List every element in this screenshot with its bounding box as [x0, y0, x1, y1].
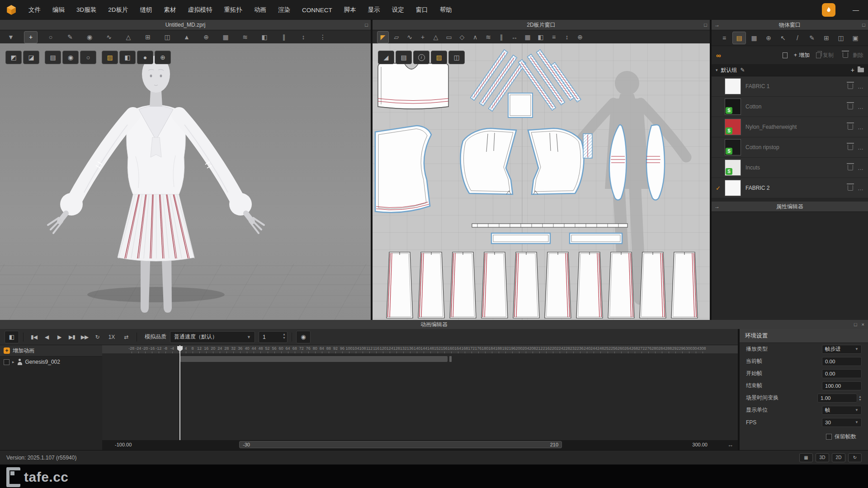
copy-fabric-button[interactable]: 复制: [816, 52, 834, 59]
layer-tab[interactable]: ◫: [835, 32, 847, 44]
start-frame-control[interactable]: 0.00: [822, 369, 862, 378]
menu-item[interactable]: 缝纫: [134, 0, 158, 20]
show-pins-toggle[interactable]: ◉: [62, 51, 79, 64]
show-garment-2d-toggle[interactable]: ▤: [396, 51, 412, 64]
more-menu-icon[interactable]: …: [858, 124, 864, 131]
canvas-2d[interactable]: ◢▤i▨◫: [373, 43, 710, 320]
more-menu-icon[interactable]: …: [858, 185, 864, 192]
dart-tool[interactable]: ◇: [457, 32, 467, 43]
print-tab[interactable]: ▦: [748, 32, 760, 44]
bookmark-tab[interactable]: ▣: [849, 32, 862, 44]
animation-mode-icon[interactable]: ◧: [5, 331, 19, 343]
grading-tool[interactable]: ▦: [522, 32, 533, 43]
environment-light-toggle[interactable]: ⊕: [155, 51, 171, 64]
pattern-skirt-panel[interactable]: [450, 252, 476, 318]
property-editor-bar[interactable]: → 属性编辑器: [712, 202, 868, 212]
menu-item[interactable]: 脚本: [338, 0, 362, 20]
pattern-skirt-panel[interactable]: [481, 252, 508, 318]
transform-pattern-tool[interactable]: ◤: [377, 31, 389, 43]
pattern-skirt-panel[interactable]: [608, 252, 634, 318]
edit-curve-tool[interactable]: ∿: [404, 32, 415, 43]
pattern-piece-square[interactable]: [508, 93, 533, 117]
select-lasso-tool[interactable]: ○: [44, 32, 57, 43]
fabric-group-header[interactable]: ▾ 默认组 ✎ +: [712, 64, 868, 76]
avatar-display-tool[interactable]: ◫: [161, 32, 174, 43]
measure-2d-tool[interactable]: ↕: [561, 32, 572, 43]
rectangle-tool[interactable]: ▭: [443, 32, 454, 43]
track-item-genesis[interactable]: ▸ Genesis9_002: [0, 357, 102, 367]
loop-button[interactable]: ↻: [91, 331, 104, 343]
pattern-skirt-panel[interactable]: [418, 252, 444, 318]
pattern-piece-front-bodice-left[interactable]: [461, 128, 516, 194]
display-unit-control[interactable]: 帧▼: [822, 406, 862, 415]
arrange-points-tool[interactable]: ⊞: [142, 32, 154, 43]
pattern-piece-elastic[interactable]: [583, 134, 592, 158]
polygon-tool[interactable]: △: [430, 32, 441, 43]
more-menu-icon[interactable]: …: [858, 144, 864, 151]
timeline-range-bar[interactable]: -100.00 -30 210 300.00 ↔: [102, 440, 738, 450]
grid-view-icon[interactable]: ▦: [799, 453, 813, 462]
snapshot-record-button[interactable]: ◉: [296, 331, 311, 343]
simulate-tool[interactable]: ▼: [5, 32, 17, 43]
menu-item[interactable]: 素材: [158, 0, 182, 20]
range-window[interactable]: -30 210: [239, 441, 562, 448]
group-add-icon[interactable]: +: [851, 66, 854, 74]
play-type-control[interactable]: 帧步进▼: [822, 345, 862, 354]
steam-tool[interactable]: ≋: [239, 32, 251, 43]
track-visibility-checkbox[interactable]: [4, 359, 9, 365]
grid-tab[interactable]: ⊞: [820, 32, 833, 44]
badge-2d[interactable]: 2D: [832, 453, 845, 462]
pin-tool[interactable]: ◉: [83, 32, 96, 43]
fabric-swatch[interactable]: [725, 180, 741, 196]
pattern-skirt-panel[interactable]: [513, 252, 539, 318]
next-frame-button[interactable]: ▶▮: [66, 331, 78, 343]
pattern-skirt-panel[interactable]: [545, 252, 571, 318]
base-pattern-toggle[interactable]: ◫: [448, 51, 465, 64]
fabric-row[interactable]: SCotton ripstop…: [712, 137, 868, 158]
pattern-skirt-panel[interactable]: [576, 252, 603, 318]
add-point-tool[interactable]: +: [417, 32, 428, 43]
trash-icon[interactable]: [848, 124, 853, 130]
collapse-arrow-icon[interactable]: →: [714, 22, 720, 28]
float-window-icon[interactable]: □: [365, 22, 368, 28]
edit-pattern-tool[interactable]: ▱: [391, 32, 402, 43]
brush-tool[interactable]: ✎: [64, 32, 76, 43]
refresh-icon[interactable]: ↻: [848, 453, 862, 462]
fabric-swatch[interactable]: S: [725, 119, 741, 135]
fabric-row[interactable]: SCotton…: [712, 97, 868, 117]
pattern-skirt-panel[interactable]: [640, 252, 666, 318]
group-caret-icon[interactable]: ▾: [716, 68, 718, 72]
add-animation-button[interactable]: + 增加动画: [0, 345, 102, 357]
seamline-tab[interactable]: /: [791, 32, 804, 44]
timeline-ruler[interactable]: -28-24-20-16-12-8-4048121620242832364044…: [102, 345, 738, 354]
fold-arrangement-tool[interactable]: ▲: [180, 32, 193, 43]
flatten-tool[interactable]: ▦: [219, 32, 232, 43]
more-menu-icon[interactable]: …: [858, 164, 864, 171]
trash-icon[interactable]: [848, 104, 853, 109]
pattern-piece-waistband-2[interactable]: [570, 233, 622, 244]
fabric-row[interactable]: FABRIC 1…: [712, 76, 868, 97]
menu-item[interactable]: 文件: [23, 0, 47, 20]
menu-item[interactable]: 2D板片: [102, 0, 134, 20]
badge-3d[interactable]: 3D: [816, 453, 829, 462]
pen-3d-tool[interactable]: △: [122, 32, 135, 43]
current-frame-control[interactable]: 0.00: [822, 357, 862, 366]
fps-control[interactable]: 30▼: [822, 418, 862, 427]
scene-3d[interactable]: [0, 43, 371, 320]
button-tool[interactable]: ◧: [258, 32, 271, 43]
pattern-piece-waist-tape[interactable]: [472, 224, 627, 227]
measure-tool[interactable]: ↕: [297, 32, 310, 43]
close-panel-icon[interactable]: ×: [862, 322, 864, 327]
viewport-3d[interactable]: ◩◪▤◉○▨◧●⊕: [0, 43, 371, 320]
menu-item[interactable]: 虚拟模特: [182, 0, 218, 20]
keep-frames-checkbox[interactable]: [826, 434, 832, 440]
trim-tab[interactable]: ⊕: [762, 32, 775, 44]
group-edit-icon[interactable]: ✎: [741, 67, 745, 73]
fabric-swatch[interactable]: [725, 78, 741, 94]
delete-fabric-button[interactable]: 删除: [840, 52, 863, 59]
pattern-surface-toggle[interactable]: ◩: [5, 51, 22, 64]
float-window-icon[interactable]: □: [862, 22, 865, 28]
new-fabric-icon[interactable]: [783, 52, 788, 58]
menu-item[interactable]: 窗口: [410, 0, 434, 20]
scene-time-scale-control[interactable]: 1.00: [817, 394, 857, 403]
